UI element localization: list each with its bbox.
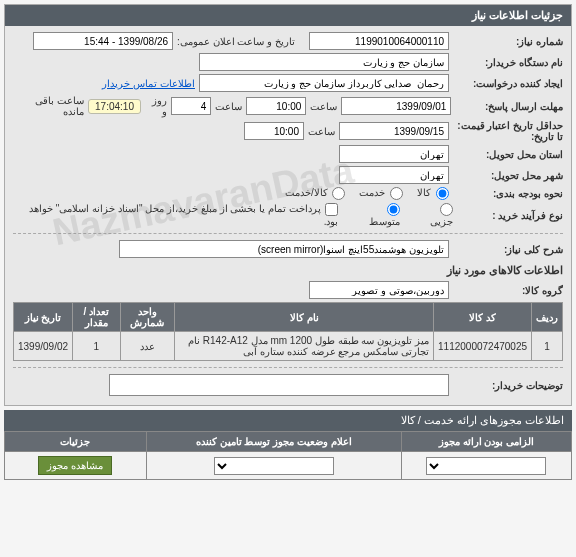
budget-goods-service-text: کالا/خدمت [285,187,328,198]
th-date: تاریخ نیاز [14,303,73,332]
req-number-label: شماره نیاز: [453,36,563,47]
auth-th-status: اعلام وضعیت مجوز توسط تامین کننده [146,432,401,452]
cell-row: 1 [532,332,563,361]
th-unit: واحد شمارش [120,303,175,332]
payment-note-text: پرداخت تمام یا بخشی از مبلغ خرید،از محل … [29,203,338,227]
buyer-notes-field[interactable] [109,374,449,396]
auth-required-select[interactable] [426,457,546,475]
budget-goods-service-option[interactable]: کالا/خدمت [285,187,346,200]
th-row: ردیف [532,303,563,332]
auth-th-details: جزئیات [5,432,147,452]
min-credit-time-field[interactable] [244,122,304,140]
days-left-field[interactable] [171,97,211,115]
delivery-province-field[interactable] [339,145,449,163]
items-header: اطلاعات کالاهای مورد نیاز [13,264,563,277]
purchase-small-option[interactable]: جزیی [414,203,453,227]
auth-row: مشاهده مجوز [5,452,572,480]
delivery-province-label: استان محل تحویل: [453,149,563,160]
general-desc-field[interactable] [119,240,449,258]
budget-service-radio[interactable] [390,187,403,200]
purchase-medium-text: متوسط [369,216,400,227]
min-credit-label: حداقل تاریخ اعتبار قیمت: تا تاریخ: [453,120,563,142]
cell-unit: عدد [120,332,175,361]
general-desc-label: شرح کلی نیاز: [453,244,563,255]
time-word-2: ساعت [215,101,242,112]
creator-label: ایجاد کننده درخواست: [453,78,563,89]
time-word-3: ساعت [308,126,335,137]
delivery-city-label: شهر محل تحویل: [453,170,563,181]
auth-status-select[interactable] [214,457,334,475]
auth-section: اطلاعات مجوزهای ارائه خدمت / کالا الزامی… [4,410,572,480]
table-header-row: ردیف کد کالا نام کالا واحد شمارش تعداد /… [14,303,563,332]
auth-status-cell [146,452,401,480]
budget-goods-text: کالا [417,187,431,198]
view-license-button[interactable]: مشاهده مجوز [38,456,112,475]
deadline-send-label: مهلت ارسال پاسخ: [455,101,563,112]
purchase-medium-radio[interactable] [387,203,400,216]
budget-label: نحوه بودجه بندی: [453,188,563,199]
day-word: روز و [145,95,167,117]
group-field[interactable] [309,281,449,299]
divider-2 [13,367,563,368]
deadline-date-field[interactable] [341,97,451,115]
purchase-medium-option[interactable]: متوسط [352,203,399,227]
budget-goods-option[interactable]: کالا [417,187,449,200]
cell-code: 1112000072470025 [434,332,532,361]
auth-details-cell: مشاهده مجوز [5,452,147,480]
buyer-org-field[interactable] [199,53,449,71]
countdown-pill: 17:04:10 [88,99,141,114]
budget-service-option[interactable]: خدمت [359,187,403,200]
buyer-org-label: نام دستگاه خریدار: [453,57,563,68]
remain-text: ساعت باقی مانده [13,95,84,117]
cell-name: میز تلویزیون سه طبقه طول 1200 mm مدل R14… [175,332,434,361]
group-label: گروه کالا: [453,285,563,296]
buyer-notes-label: توضیحات خریدار: [453,380,563,391]
purchase-type-label: نوع فرآیند خرید : [457,210,563,221]
auth-table: الزامی بودن ارائه مجوز اعلام وضعیت مجوز … [4,431,572,480]
min-credit-date-field[interactable] [339,122,449,140]
table-row[interactable]: 1 1112000072470025 میز تلویزیون سه طبقه … [14,332,563,361]
items-table: ردیف کد کالا نام کالا واحد شمارش تعداد /… [13,302,563,361]
th-name: نام کالا [175,303,434,332]
budget-goods-service-radio[interactable] [332,187,345,200]
budget-service-text: خدمت [359,187,385,198]
announce-datetime-field[interactable] [33,32,173,50]
payment-note-option[interactable]: پرداخت تمام یا بخشی از مبلغ خرید،از محل … [23,203,338,227]
buyer-contact-link[interactable]: اطلاعات تماس خریدار [102,78,195,89]
payment-note-checkbox[interactable] [325,203,338,216]
auth-section-title: اطلاعات مجوزهای ارائه خدمت / کالا [4,410,572,431]
budget-goods-radio[interactable] [436,187,449,200]
need-details-panel: جزئیات اطلاعات نیاز شماره نیاز: تاریخ و … [4,4,572,406]
cell-qty: 1 [73,332,120,361]
req-number-field[interactable] [309,32,449,50]
announce-label: تاریخ و ساعت اعلان عمومی: [177,36,295,47]
delivery-city-field[interactable] [339,166,449,184]
cell-date: 1399/09/02 [14,332,73,361]
th-code: کد کالا [434,303,532,332]
time-word-1: ساعت [310,101,337,112]
auth-required-cell [401,452,571,480]
auth-th-required: الزامی بودن ارائه مجوز [401,432,571,452]
th-qty: تعداد / مقدار [73,303,120,332]
creator-field[interactable] [199,74,449,92]
deadline-time-field[interactable] [246,97,306,115]
divider-1 [13,233,563,234]
purchase-small-text: جزیی [430,216,453,227]
purchase-small-radio[interactable] [440,203,453,216]
panel-title: جزئیات اطلاعات نیاز [5,5,571,26]
